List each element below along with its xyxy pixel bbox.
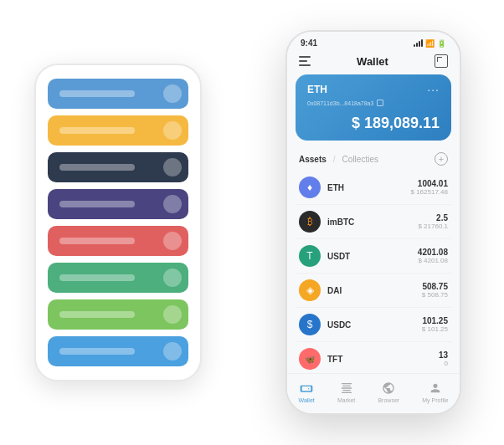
eth-card-menu[interactable]: ···	[427, 83, 440, 96]
page-title: Wallet	[357, 55, 388, 68]
wallet-icon	[299, 381, 314, 396]
eth-card[interactable]: ETH ··· 0x08711d3b...8418a78a3 $ 189,089…	[296, 74, 451, 141]
asset-amount: 101.25	[422, 316, 448, 325]
list-item[interactable]	[48, 115, 188, 146]
card-icon	[163, 195, 182, 213]
asset-values: 101.25 $ 101.25	[422, 316, 448, 333]
signal-icon	[414, 40, 423, 47]
list-item[interactable]	[48, 336, 188, 366]
market-icon	[339, 381, 354, 396]
card-icon	[163, 305, 182, 324]
nav-label-market: Market	[337, 397, 355, 403]
list-item[interactable]	[48, 189, 188, 219]
add-asset-button[interactable]: +	[435, 152, 448, 166]
back-phone	[34, 64, 202, 381]
usdt-icon: T	[299, 245, 321, 267]
tab-assets[interactable]: Assets	[299, 155, 327, 164]
asset-amount: 13	[439, 350, 448, 360]
card-label	[59, 348, 135, 355]
asset-amount: 4201.08	[418, 248, 448, 257]
card-label	[59, 238, 135, 244]
menu-icon[interactable]	[299, 56, 311, 66]
asset-usd: $ 4201.08	[418, 257, 448, 264]
status-icons: 📶 🔋	[414, 39, 446, 48]
table-row[interactable]: ◈ DAI 508.75 $ 508.75	[296, 274, 451, 308]
nav-label-wallet: Wallet	[299, 397, 315, 403]
eth-card-title: ETH	[307, 84, 327, 95]
asset-usd: $ 21760.1	[418, 222, 448, 230]
asset-values: 1004.01 $ 162517.48	[411, 179, 449, 196]
card-icon	[163, 158, 182, 176]
asset-values: 13 0	[439, 350, 448, 367]
card-icon	[163, 121, 182, 140]
card-icon	[163, 84, 182, 103]
asset-usd: 0	[439, 360, 448, 367]
asset-values: 508.75 $ 508.75	[422, 282, 448, 299]
table-row[interactable]: T USDT 4201.08 $ 4201.08	[296, 239, 451, 274]
asset-values: 4201.08 $ 4201.08	[418, 248, 448, 264]
status-time: 9:41	[301, 38, 317, 48]
list-item[interactable]	[48, 263, 188, 293]
usdc-icon: $	[299, 314, 321, 335]
card-icon	[163, 232, 182, 250]
card-label	[59, 274, 135, 281]
profile-icon	[428, 381, 443, 396]
asset-symbol: DAI	[327, 286, 422, 295]
table-row[interactable]: ₿ imBTC 2.5 $ 21760.1	[296, 205, 451, 239]
eth-card-address: 0x08711d3b...8418a78a3	[307, 100, 440, 106]
imbtc-icon: ₿	[299, 211, 321, 233]
card-icon	[163, 342, 182, 361]
nav-item-browser[interactable]: Browser	[378, 381, 399, 403]
nav-item-wallet[interactable]: Wallet	[299, 381, 315, 403]
nav-label-browser: Browser	[378, 397, 399, 403]
asset-values: 2.5 $ 21760.1	[418, 213, 448, 230]
phone-header: Wallet	[287, 51, 460, 74]
asset-usd: $ 101.25	[422, 325, 448, 333]
asset-symbol: USDC	[327, 320, 422, 330]
table-row[interactable]: ♦ ETH 1004.01 $ 162517.48	[296, 171, 451, 205]
eth-card-balance: $ 189,089.11	[307, 115, 440, 132]
browser-icon	[381, 381, 396, 396]
asset-amount: 508.75	[422, 282, 448, 291]
table-row[interactable]: 🦋 TFT 13 0	[296, 342, 451, 373]
battery-icon: 🔋	[437, 39, 446, 48]
status-bar: 9:41 📶 🔋	[287, 32, 460, 51]
table-row[interactable]: $ USDC 101.25 $ 101.25	[296, 308, 451, 342]
assets-tabs: Assets / Collecties +	[287, 149, 460, 171]
asset-list: ♦ ETH 1004.01 $ 162517.48 ₿ imBTC 2.5 $ …	[287, 171, 460, 373]
card-label	[59, 311, 135, 318]
wifi-icon: 📶	[425, 39, 435, 48]
tab-collecties[interactable]: Collecties	[342, 155, 378, 164]
card-label	[59, 127, 135, 134]
list-item[interactable]	[48, 79, 188, 109]
front-phone: 9:41 📶 🔋 Wallet	[285, 30, 461, 415]
asset-usd: $ 162517.48	[411, 188, 449, 196]
card-label	[59, 201, 135, 207]
copy-icon[interactable]	[377, 100, 383, 106]
tft-icon: 🦋	[299, 348, 321, 370]
scene: 9:41 📶 🔋 Wallet	[18, 13, 486, 432]
tabs-left: Assets / Collecties	[299, 155, 378, 164]
asset-symbol: imBTC	[327, 217, 418, 227]
bottom-nav: Wallet Market Browser	[287, 373, 460, 413]
tab-divider: /	[333, 155, 336, 164]
nav-label-profile: My Profile	[422, 397, 448, 403]
card-label	[59, 90, 135, 97]
nav-item-market[interactable]: Market	[337, 381, 355, 403]
asset-amount: 1004.01	[411, 179, 449, 188]
asset-amount: 2.5	[418, 213, 448, 222]
card-label	[59, 164, 135, 171]
asset-symbol: ETH	[327, 183, 411, 192]
list-item[interactable]	[48, 226, 188, 256]
list-item[interactable]	[48, 152, 188, 182]
asset-symbol: TFT	[327, 355, 439, 364]
expand-icon[interactable]	[435, 54, 448, 68]
dai-icon: ◈	[299, 279, 321, 301]
card-icon	[163, 269, 182, 287]
asset-usd: $ 508.75	[422, 291, 448, 299]
eth-card-header: ETH ···	[307, 83, 440, 96]
list-item[interactable]	[48, 299, 188, 330]
asset-symbol: USDT	[327, 252, 418, 261]
eth-icon: ♦	[299, 176, 321, 198]
nav-item-profile[interactable]: My Profile	[422, 381, 448, 403]
